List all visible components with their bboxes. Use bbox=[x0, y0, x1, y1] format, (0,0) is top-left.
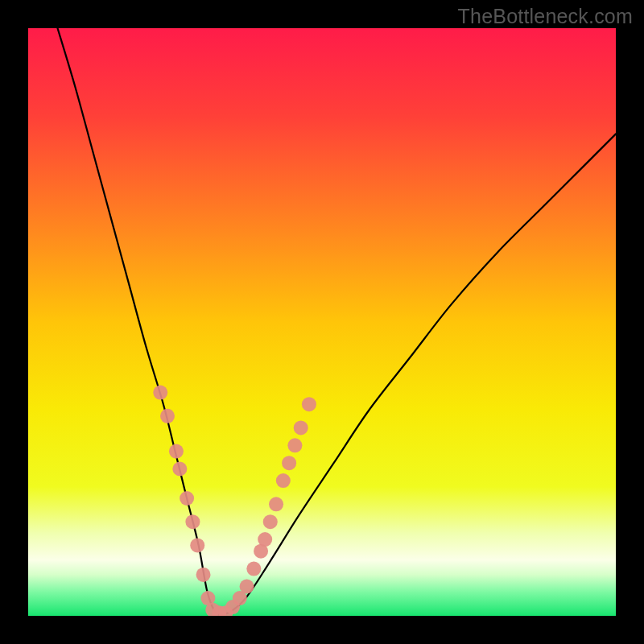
highlight-dot bbox=[294, 420, 308, 435]
highlight-dots bbox=[153, 386, 316, 616]
plot-area bbox=[28, 28, 616, 616]
highlight-dot bbox=[196, 568, 211, 582]
highlight-dot bbox=[287, 438, 302, 452]
highlight-dot bbox=[180, 491, 194, 506]
highlight-dot bbox=[185, 514, 200, 529]
bottleneck-curve bbox=[58, 28, 617, 615]
chart-container: TheBottleneck.com bbox=[0, 0, 644, 644]
highlight-dot bbox=[169, 444, 184, 459]
highlight-dot bbox=[190, 538, 204, 552]
highlight-dot bbox=[276, 473, 291, 488]
highlight-dot bbox=[172, 462, 187, 477]
highlight-dot bbox=[258, 532, 272, 547]
highlight-dot bbox=[240, 580, 254, 594]
highlight-dot bbox=[153, 386, 167, 400]
highlight-dot bbox=[302, 397, 316, 411]
curve-layer bbox=[28, 28, 616, 616]
highlight-dot bbox=[269, 497, 283, 511]
highlight-dot bbox=[246, 562, 261, 576]
highlight-dot bbox=[160, 409, 175, 423]
watermark-text: TheBottleneck.com bbox=[458, 5, 633, 28]
highlight-dot bbox=[263, 514, 278, 529]
highlight-dot bbox=[282, 456, 296, 470]
